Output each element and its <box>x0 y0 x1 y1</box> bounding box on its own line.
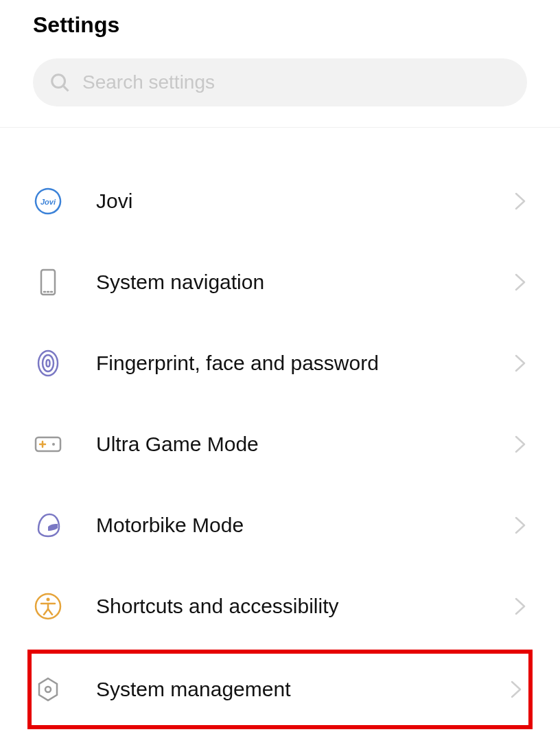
search-container <box>0 58 560 127</box>
svg-line-19 <box>48 609 52 615</box>
item-label: Jovi <box>96 190 513 213</box>
list-item-system-navigation[interactable]: System navigation <box>0 242 560 323</box>
search-input[interactable] <box>82 71 511 93</box>
svg-point-15 <box>47 598 50 602</box>
svg-line-18 <box>44 609 48 615</box>
list-item-ultra-game-mode[interactable]: Ultra Game Mode <box>0 404 560 485</box>
svg-text:Jovi: Jovi <box>40 198 56 206</box>
chevron-right-icon <box>513 354 527 372</box>
chevron-right-icon <box>513 597 527 615</box>
list-item-motorbike-mode[interactable]: Motorbike Mode <box>0 485 560 566</box>
accessibility-icon <box>33 591 63 621</box>
search-bar[interactable] <box>33 58 527 106</box>
chevron-right-icon <box>513 516 527 534</box>
item-label: System management <box>96 678 509 701</box>
settings-list: Jovi Jovi System navigation <box>0 128 560 729</box>
phone-icon <box>33 267 63 297</box>
item-label: Shortcuts and accessibility <box>96 595 513 618</box>
svg-line-1 <box>64 87 69 91</box>
svg-rect-3 <box>41 270 55 295</box>
chevron-right-icon <box>509 680 523 698</box>
item-label: Motorbike Mode <box>96 514 513 537</box>
list-item-system-management[interactable]: System management <box>27 650 533 729</box>
svg-point-8 <box>43 355 54 371</box>
item-label: Fingerprint, face and password <box>96 352 513 375</box>
svg-point-9 <box>47 360 50 367</box>
svg-marker-20 <box>39 678 57 700</box>
gamepad-icon <box>33 429 63 459</box>
list-item-jovi[interactable]: Jovi Jovi <box>0 161 560 242</box>
fingerprint-icon <box>33 348 63 378</box>
page-title: Settings <box>33 12 527 38</box>
jovi-icon: Jovi <box>33 186 63 216</box>
svg-point-13 <box>52 443 55 446</box>
header: Settings <box>0 0 560 58</box>
item-label: System navigation <box>96 271 513 294</box>
list-item-shortcuts-accessibility[interactable]: Shortcuts and accessibility <box>0 566 560 647</box>
svg-point-21 <box>45 687 51 692</box>
list-item-fingerprint-face-password[interactable]: Fingerprint, face and password <box>0 323 560 404</box>
chevron-right-icon <box>513 273 527 291</box>
item-label: Ultra Game Mode <box>96 433 513 456</box>
search-icon <box>49 72 70 93</box>
svg-point-0 <box>52 75 65 88</box>
chevron-right-icon <box>513 435 527 453</box>
helmet-icon <box>33 510 63 540</box>
gear-hex-icon <box>33 674 63 705</box>
chevron-right-icon <box>513 192 527 210</box>
